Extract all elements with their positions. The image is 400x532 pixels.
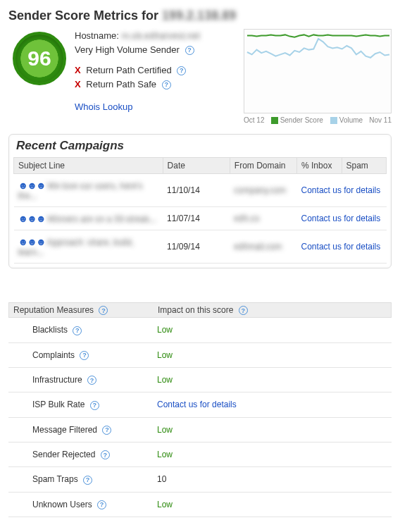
chart-canvas bbox=[244, 30, 392, 113]
recent-campaigns-panel: Recent Campaigns Subject Line Date From … bbox=[8, 134, 392, 268]
help-icon[interactable]: ? bbox=[102, 426, 111, 435]
measure-row: Blacklists ?Low bbox=[8, 318, 392, 342]
whois-link[interactable]: Whois Lookup bbox=[75, 101, 132, 112]
measure-row: Unknown Users ?Low bbox=[8, 493, 392, 517]
table-row: ☻☻☻ Winners are on a 30-streak...11/07/1… bbox=[14, 207, 387, 230]
sender-info: Hostname: m.ob.edharvest.net Very High V… bbox=[75, 29, 235, 115]
help-icon[interactable]: ? bbox=[177, 66, 186, 75]
measure-label: ISP Bulk Rate bbox=[32, 400, 85, 409]
x-icon: X bbox=[75, 79, 81, 89]
x-icon: X bbox=[75, 65, 81, 75]
measure-value: Low bbox=[157, 450, 173, 459]
measure-row: ISP Bulk Rate ?Contact us for details bbox=[8, 392, 392, 417]
measure-label: Spam Traps bbox=[32, 474, 78, 484]
col-from: From Domain bbox=[230, 158, 296, 174]
col-inbox: % Inbox bbox=[297, 158, 342, 174]
campaigns-table: Subject Line Date From Domain % Inbox Sp… bbox=[13, 157, 387, 264]
measure-label: Message Filtered bbox=[32, 425, 97, 435]
measure-value: 10 bbox=[157, 474, 166, 484]
measure-label: Infrastructure bbox=[32, 375, 82, 385]
help-icon[interactable]: ? bbox=[99, 306, 108, 315]
hostname-label: Hostname: bbox=[75, 30, 121, 41]
measure-row: Complaints ?Low bbox=[8, 343, 392, 368]
hostname-value: m.ob.edharvest.net bbox=[121, 30, 199, 41]
title-prefix: Sender Score Metrics for bbox=[8, 8, 162, 23]
measure-row: Message Filtered ?Low bbox=[8, 418, 392, 443]
swatch-icon bbox=[330, 117, 337, 124]
campaign-date: 11/09/14 bbox=[163, 230, 230, 264]
help-icon[interactable]: ? bbox=[80, 351, 89, 360]
measure-label: Blacklists bbox=[32, 325, 68, 335]
measure-label: Complaints bbox=[32, 350, 75, 360]
contact-link[interactable]: Contact us for details bbox=[301, 185, 381, 195]
recent-campaigns-heading: Recent Campaigns bbox=[16, 139, 384, 153]
reputation-chart: Oct 12 Sender Score Volume Nov 11 bbox=[244, 29, 392, 124]
chart-x-end: Nov 11 bbox=[369, 116, 392, 124]
title-ip: 199.2.138.89 bbox=[162, 8, 236, 23]
campaign-from: company.com bbox=[234, 185, 286, 195]
campaign-from: edh.co bbox=[234, 214, 259, 223]
help-icon[interactable]: ? bbox=[185, 46, 194, 55]
help-icon[interactable]: ? bbox=[87, 376, 96, 385]
measure-value: Low bbox=[157, 500, 173, 509]
measure-value: Low bbox=[157, 325, 173, 335]
legend-label: Volume bbox=[339, 116, 363, 124]
help-icon[interactable]: ? bbox=[239, 306, 248, 315]
measure-value: Low bbox=[157, 375, 173, 385]
score-value: 96 bbox=[27, 47, 51, 70]
help-icon[interactable]: ? bbox=[90, 401, 99, 410]
contact-link[interactable]: Contact us for details bbox=[157, 400, 237, 409]
page-title: Sender Score Metrics for 199.2.138.89 bbox=[8, 8, 392, 23]
help-icon[interactable]: ? bbox=[101, 450, 110, 459]
measure-value: Low bbox=[157, 425, 173, 435]
return-path-certified: Return Path Certified bbox=[86, 65, 171, 75]
campaign-date: 11/10/14 bbox=[163, 174, 230, 207]
col-subject: Subject Line bbox=[14, 158, 163, 174]
score-badge: 96 bbox=[13, 32, 66, 85]
reputation-measures: Reputation Measures ? Impact on this sco… bbox=[8, 302, 392, 517]
help-icon[interactable]: ? bbox=[73, 326, 82, 335]
table-row: ☻☻☻ We love our users, here's the...11/1… bbox=[14, 174, 387, 207]
legend-item-score: Sender Score bbox=[271, 116, 323, 124]
contact-link[interactable]: Contact us for details bbox=[301, 214, 381, 223]
measure-row: Infrastructure ?Low bbox=[8, 368, 392, 392]
measures-header-right: Impact on this score bbox=[158, 305, 233, 315]
measure-label: Sender Rejected bbox=[32, 450, 95, 459]
measure-row: Spam Traps ?10 bbox=[8, 467, 392, 492]
contact-link[interactable]: Contact us for details bbox=[301, 242, 381, 252]
return-path-safe: Return Path Safe bbox=[86, 79, 156, 89]
help-icon[interactable]: ? bbox=[83, 476, 92, 485]
col-date: Date bbox=[163, 158, 230, 174]
help-icon[interactable]: ? bbox=[97, 500, 106, 509]
measures-header-left: Reputation Measures bbox=[13, 305, 94, 315]
help-icon[interactable]: ? bbox=[162, 80, 171, 89]
people-icon: ☻☻☻ bbox=[18, 236, 45, 247]
campaign-subject: Winners are on a 30-streak... bbox=[47, 214, 156, 224]
col-spam: Spam bbox=[342, 158, 387, 174]
table-row: ☻☻☻ Approach: share, build, learn...11/0… bbox=[14, 230, 387, 264]
people-icon: ☻☻☻ bbox=[18, 180, 45, 191]
people-icon: ☻☻☻ bbox=[18, 213, 45, 224]
swatch-icon bbox=[271, 117, 278, 124]
volume-level: Very High Volume Sender bbox=[75, 44, 180, 55]
legend-label: Sender Score bbox=[280, 116, 323, 124]
measure-label: Unknown Users bbox=[32, 500, 92, 509]
measure-row: Sender Rejected ?Low bbox=[8, 443, 392, 467]
campaign-date: 11/07/14 bbox=[163, 207, 230, 230]
chart-x-start: Oct 12 bbox=[244, 116, 264, 124]
campaign-from: edhmail.com bbox=[234, 242, 282, 252]
legend-item-volume: Volume bbox=[330, 116, 363, 124]
measure-value: Low bbox=[157, 350, 173, 360]
